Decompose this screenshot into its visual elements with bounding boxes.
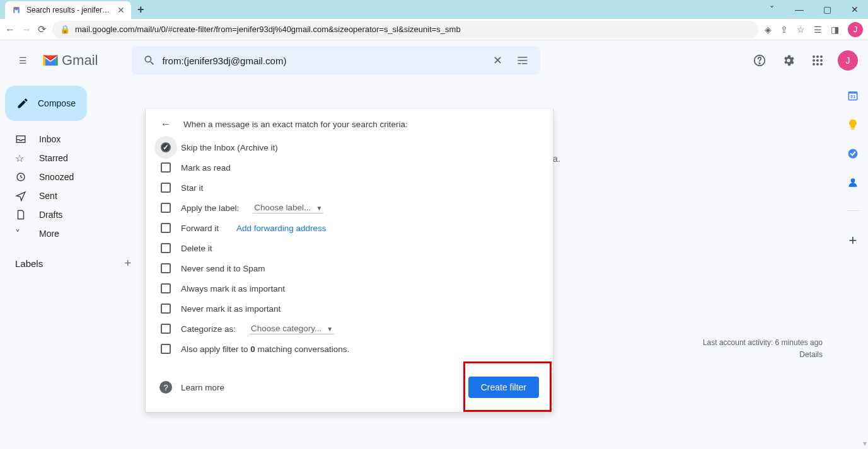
browser-tab[interactable]: Search results - jeniferswagathdj ✕: [5, 1, 131, 19]
window-close-icon[interactable]: ✕: [845, 4, 864, 14]
sent-label: Sent: [39, 191, 57, 201]
sidebar-item-more[interactable]: ˅ More: [0, 224, 141, 243]
share-icon[interactable]: ⇪: [780, 25, 788, 35]
settings-gear-icon[interactable]: [776, 48, 801, 73]
checkbox-also-apply[interactable]: [161, 344, 171, 354]
filter-option-star[interactable]: Star it: [159, 178, 539, 198]
keep-icon[interactable]: [847, 118, 859, 131]
checkbox-star[interactable]: [161, 183, 171, 193]
checkbox-always-important[interactable]: [161, 283, 171, 293]
filter-option-apply-label[interactable]: Apply the label: Choose label...▼: [159, 198, 539, 218]
add-label-icon[interactable]: +: [124, 257, 131, 270]
checkbox-never-spam[interactable]: [161, 263, 171, 273]
never-important-label: Never mark it as important: [181, 304, 281, 314]
details-link[interactable]: Details: [703, 349, 823, 361]
filter-panel-header: ← When a message is an exact match for y…: [159, 118, 539, 131]
browser-profile-avatar[interactable]: J: [848, 22, 863, 37]
clock-icon: [15, 171, 28, 183]
inbox-label: Inbox: [39, 134, 61, 144]
tasks-icon[interactable]: [847, 147, 859, 160]
sidebar: Compose Inbox ☆ Starred Snoozed Sent Dra…: [0, 81, 141, 449]
address-bar-actions: ◈ ⇪ ☆ ☰ ◨ J ⋮: [765, 22, 868, 37]
reading-list-icon[interactable]: ☰: [814, 25, 822, 35]
sidebar-item-snoozed[interactable]: Snoozed: [0, 168, 141, 186]
chevron-down-icon: ˅: [15, 228, 28, 240]
google-apps-icon[interactable]: [805, 48, 830, 73]
sidebar-item-inbox[interactable]: Inbox: [0, 130, 141, 149]
checkbox-forward[interactable]: [161, 223, 171, 233]
url-field[interactable]: 🔒 mail.google.com/mail/u/0/#create-filte…: [52, 21, 758, 38]
window-maximize-icon[interactable]: ▢: [818, 4, 836, 14]
lock-icon: 🔒: [60, 25, 70, 34]
new-tab-button[interactable]: +: [137, 3, 144, 16]
labels-heading: Labels +: [0, 251, 141, 276]
main-menu-icon[interactable]: ☰: [10, 48, 35, 73]
help-icon[interactable]: ?: [159, 381, 172, 394]
search-options-icon[interactable]: [510, 48, 535, 73]
gmail-logo-text: Gmail: [62, 52, 98, 69]
scroll-down-icon[interactable]: ▾: [863, 439, 867, 448]
calendar-icon[interactable]: 31: [847, 89, 859, 102]
choose-category-dropdown[interactable]: Choose category...▼: [250, 324, 334, 334]
bookmark-star-icon[interactable]: ☆: [797, 25, 805, 35]
back-arrow-icon[interactable]: ←: [159, 118, 172, 131]
create-filter-button[interactable]: Create filter: [468, 377, 539, 398]
filter-option-mark-read[interactable]: Mark as read: [159, 157, 539, 178]
checkbox-never-important[interactable]: [161, 304, 171, 314]
filter-option-delete[interactable]: Delete it: [159, 238, 539, 258]
nav-forward-icon[interactable]: →: [21, 24, 32, 35]
nav-back-icon[interactable]: ←: [5, 24, 15, 35]
checkbox-categorize[interactable]: [161, 324, 171, 334]
compose-button[interactable]: Compose: [5, 86, 87, 121]
support-icon[interactable]: [747, 48, 772, 73]
starred-label: Starred: [39, 153, 68, 163]
checkbox-skip-inbox[interactable]: [161, 142, 171, 152]
filter-option-categorize[interactable]: Categorize as: Choose category...▼: [159, 319, 539, 339]
filter-option-never-important[interactable]: Never mark it as important: [159, 298, 539, 319]
add-addon-icon[interactable]: +: [849, 232, 857, 249]
gmail-favicon: [11, 5, 21, 15]
checkbox-delete[interactable]: [161, 243, 171, 253]
choose-label-dropdown[interactable]: Choose label...▼: [253, 203, 323, 213]
snoozed-label: Snoozed: [39, 172, 74, 182]
filter-panel-footer: ? Learn more Create filter: [159, 377, 539, 398]
search-bar: ✕: [132, 46, 540, 75]
forward-label: Forward it: [181, 224, 219, 233]
filter-option-skip-inbox[interactable]: Skip the Inbox (Archive it): [159, 137, 539, 157]
caret-down-icon: ▼: [327, 326, 333, 332]
browser-address-bar: ← → ⟳ 🔒 mail.google.com/mail/u/0/#create…: [0, 19, 868, 40]
panel-icon[interactable]: ◨: [831, 25, 839, 35]
search-input[interactable]: [162, 55, 485, 66]
svg-point-6: [816, 59, 819, 62]
checkbox-apply-label[interactable]: [161, 203, 171, 213]
contacts-icon[interactable]: [847, 176, 859, 189]
search-icon[interactable]: [137, 48, 162, 73]
gmail-logo[interactable]: Gmail: [42, 52, 98, 69]
filter-option-always-important[interactable]: Always mark it as important: [159, 278, 539, 298]
sidebar-item-starred[interactable]: ☆ Starred: [0, 149, 141, 168]
add-forwarding-link[interactable]: Add forwarding address: [236, 224, 327, 233]
learn-more-link[interactable]: Learn more: [181, 383, 224, 392]
eye-icon[interactable]: ◈: [765, 25, 772, 35]
tab-close-icon[interactable]: ✕: [117, 5, 125, 15]
svg-point-4: [820, 55, 823, 58]
filter-option-never-spam[interactable]: Never send it to Spam: [159, 258, 539, 278]
filter-option-forward[interactable]: Forward it Add forwarding address: [159, 218, 539, 238]
filter-option-also-apply[interactable]: Also apply filter to 0 matching conversa…: [159, 339, 539, 359]
profile-avatar[interactable]: J: [838, 50, 858, 71]
filter-panel-title: When a message is an exact match for you…: [183, 120, 408, 129]
star-label: Star it: [181, 183, 203, 193]
checkbox-mark-read[interactable]: [161, 162, 171, 173]
header-actions: J: [747, 48, 858, 73]
sidebar-item-drafts[interactable]: Drafts: [0, 205, 141, 224]
sidebar-item-sent[interactable]: Sent: [0, 186, 141, 205]
clear-search-icon[interactable]: ✕: [485, 48, 510, 73]
skip-inbox-label: Skip the Inbox (Archive it): [181, 143, 278, 152]
svg-point-3: [816, 55, 819, 58]
chevron-down-icon[interactable]: ˅: [762, 4, 781, 14]
send-icon: [15, 190, 28, 202]
window-minimize-icon[interactable]: —: [790, 4, 809, 14]
svg-point-2: [813, 55, 815, 58]
nav-reload-icon[interactable]: ⟳: [38, 23, 46, 35]
mark-read-label: Mark as read: [181, 163, 231, 173]
